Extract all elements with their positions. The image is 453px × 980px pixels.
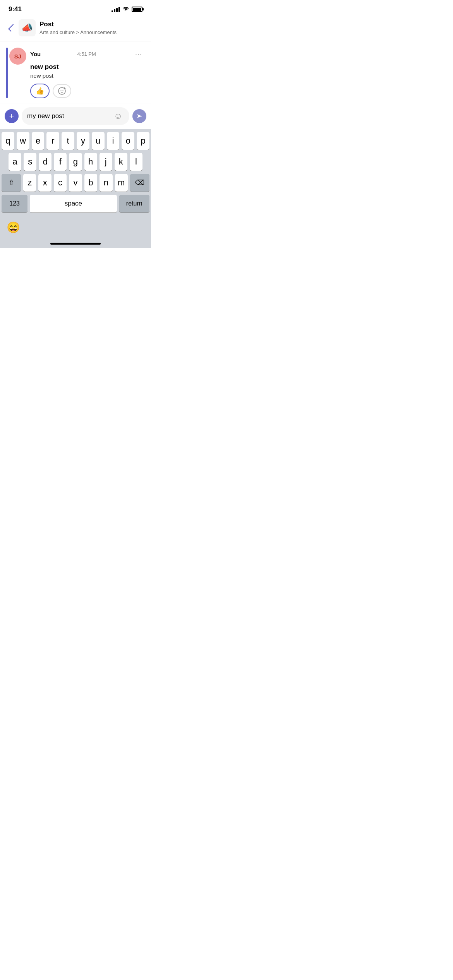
- chat-area: SJ You 4:51 PM ··· new post new post 👍: [0, 41, 151, 98]
- key-y[interactable]: y: [77, 132, 89, 150]
- key-u[interactable]: u: [92, 132, 105, 150]
- svg-point-2: [63, 90, 63, 91]
- bottom-bar: 😄: [0, 217, 151, 240]
- keyboard: q w e r t y u i o p a s d f g h j k l ⇧ …: [0, 129, 151, 217]
- left-accent: [6, 48, 8, 98]
- keyboard-row-4: 123 space return: [2, 195, 149, 212]
- avatar: SJ: [9, 48, 26, 65]
- reactions-row: 👍: [30, 84, 145, 98]
- plus-icon: +: [9, 112, 14, 120]
- key-c[interactable]: c: [54, 174, 67, 192]
- add-attachment-button[interactable]: +: [5, 109, 19, 123]
- add-emoji-reaction-button[interactable]: [53, 84, 71, 98]
- back-chevron-icon: [8, 24, 16, 32]
- battery-icon: [132, 7, 142, 12]
- message-container: SJ You 4:51 PM ··· new post new post 👍: [6, 48, 145, 98]
- status-time: 9:41: [9, 5, 22, 13]
- key-v[interactable]: v: [69, 174, 82, 192]
- channel-icon: 📣: [19, 19, 36, 36]
- key-o[interactable]: o: [122, 132, 134, 150]
- shift-key[interactable]: ⇧: [2, 174, 21, 192]
- key-f[interactable]: f: [54, 153, 67, 171]
- svg-point-1: [61, 90, 62, 91]
- key-l[interactable]: l: [130, 153, 142, 171]
- key-x[interactable]: x: [38, 174, 51, 192]
- message-body: You 4:51 PM ··· new post new post 👍: [30, 48, 145, 98]
- post-title: new post: [30, 63, 145, 71]
- more-options-button[interactable]: ···: [132, 48, 145, 60]
- home-indicator-area: [0, 240, 151, 248]
- header: 📣 Post Arts and culture > Announcements: [0, 16, 151, 41]
- message-time: 4:51 PM: [77, 51, 96, 57]
- key-n[interactable]: n: [100, 174, 112, 192]
- key-b[interactable]: b: [84, 174, 97, 192]
- wifi-icon: [122, 7, 129, 12]
- key-g[interactable]: g: [69, 153, 82, 171]
- key-q[interactable]: q: [2, 132, 14, 150]
- thumbsup-reaction-button[interactable]: 👍: [30, 84, 50, 98]
- key-s[interactable]: s: [24, 153, 36, 171]
- sender-name: You: [30, 51, 41, 57]
- add-emoji-icon: [58, 87, 66, 95]
- back-button[interactable]: [3, 20, 19, 36]
- space-key[interactable]: space: [30, 195, 117, 212]
- key-h[interactable]: h: [84, 153, 97, 171]
- key-a[interactable]: a: [9, 153, 21, 171]
- key-m[interactable]: m: [115, 174, 128, 192]
- status-icons: [112, 7, 142, 12]
- home-indicator: [50, 243, 101, 245]
- key-z[interactable]: z: [23, 174, 36, 192]
- key-i[interactable]: i: [107, 132, 120, 150]
- post-content: new post: [30, 72, 145, 79]
- message-input[interactable]: [27, 112, 109, 120]
- key-j[interactable]: j: [100, 153, 112, 171]
- message-header: You 4:51 PM ···: [30, 48, 145, 60]
- key-t[interactable]: t: [62, 132, 74, 150]
- keyboard-row-1: q w e r t y u i o p: [2, 132, 149, 150]
- signal-bars-icon: [112, 7, 120, 12]
- key-w[interactable]: w: [17, 132, 29, 150]
- emoji-keyboard-button[interactable]: 😄: [6, 220, 20, 234]
- key-d[interactable]: d: [39, 153, 51, 171]
- emoji-picker-button[interactable]: ☺: [112, 110, 124, 122]
- key-k[interactable]: k: [115, 153, 127, 171]
- send-icon: [136, 113, 142, 119]
- key-p[interactable]: p: [137, 132, 149, 150]
- send-button[interactable]: [132, 109, 146, 123]
- text-input-wrapper: ☺: [22, 107, 129, 125]
- header-title: Post: [39, 21, 117, 28]
- header-breadcrumb: Arts and culture > Announcements: [39, 29, 117, 35]
- delete-key[interactable]: ⌫: [130, 174, 149, 192]
- return-key[interactable]: return: [119, 195, 149, 212]
- keyboard-row-3: ⇧ z x c v b n m ⌫: [2, 174, 149, 192]
- status-bar: 9:41: [0, 0, 151, 16]
- numbers-key[interactable]: 123: [2, 195, 27, 212]
- input-area: + ☺: [0, 103, 151, 129]
- key-r[interactable]: r: [46, 132, 59, 150]
- keyboard-row-2: a s d f g h j k l: [2, 153, 149, 171]
- key-e[interactable]: e: [32, 132, 45, 150]
